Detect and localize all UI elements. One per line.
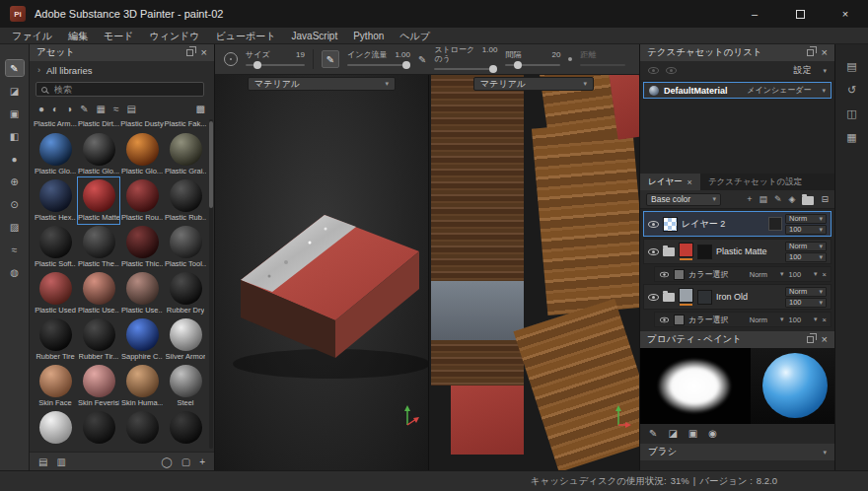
material-preview[interactable] xyxy=(751,348,834,424)
settings-dropdown[interactable]: 設定 ▾ xyxy=(793,64,827,77)
material-tile[interactable]: Skin Feverish xyxy=(78,363,119,409)
filter-materials-icon[interactable]: ◐ xyxy=(52,104,58,114)
material-tile[interactable]: Plastic Use... xyxy=(121,270,163,316)
tile-view-icon[interactable]: ▤ xyxy=(38,456,47,467)
stroke-opacity-slider-handle[interactable] xyxy=(489,65,497,73)
layer-thumbnail[interactable] xyxy=(663,217,678,232)
layer-thumbnail[interactable] xyxy=(697,245,712,259)
menubar-item[interactable]: JavaScript xyxy=(284,28,346,44)
spacing-slider[interactable] xyxy=(505,61,560,69)
polygon-fill-tool-icon[interactable]: ◧ xyxy=(6,128,24,144)
blend-mode-value[interactable]: Norm xyxy=(750,316,767,324)
material-tile[interactable]: Rubber Tire xyxy=(35,316,76,363)
path-tool-icon[interactable]: ≈ xyxy=(6,242,24,257)
menubar-item[interactable]: モード xyxy=(96,28,141,44)
viewer-tool-icon[interactable]: ◍ xyxy=(6,264,24,280)
layer-effect-row[interactable]: カラー選択 Norm ▾ 100 ▾ × xyxy=(654,266,832,282)
flow-slider-handle[interactable] xyxy=(402,61,410,69)
scrollbar-thumb[interactable] xyxy=(209,121,213,208)
material-tile[interactable]: Plastic Glo... xyxy=(78,131,119,177)
brush-section-header[interactable]: ブラシ ▾ xyxy=(640,444,834,460)
filter-textures-icon[interactable]: ≈ xyxy=(113,104,119,114)
layer-row-paint[interactable]: レイヤー 2 Norm ▾ 100 ▾ xyxy=(643,211,832,237)
shelf-panel-icon[interactable]: ▦ xyxy=(846,131,856,144)
opacity-select[interactable]: 100 ▾ xyxy=(785,298,827,308)
close-icon[interactable]: × xyxy=(201,47,207,58)
material-tile[interactable]: Rubber Tir... xyxy=(78,316,119,363)
pencil-toggle-button[interactable]: ✎ xyxy=(322,50,339,68)
brush-stroke-preview[interactable] xyxy=(640,348,751,424)
material-tile[interactable]: Plastic Matte xyxy=(78,177,119,224)
material-tile[interactable]: Plastic Soft... xyxy=(35,224,76,270)
paint-tool-icon[interactable]: ✎ xyxy=(6,60,24,76)
display-options-icon[interactable]: ▩ xyxy=(196,104,205,114)
eye-icon[interactable] xyxy=(648,221,659,228)
dot-toggle-icon[interactable] xyxy=(568,57,572,61)
material-tile[interactable]: Plastic Hex... xyxy=(35,177,76,224)
material-tile[interactable]: Skin Huma... xyxy=(121,363,163,409)
material-tile[interactable]: Plastic Thic... xyxy=(121,224,163,270)
add-folder-icon[interactable] xyxy=(802,196,814,205)
stamp-icon[interactable]: ▤ xyxy=(759,194,767,205)
effect-thumbnail[interactable] xyxy=(674,269,685,280)
viewport2d-material-select[interactable]: マテリアル ▾ xyxy=(473,77,594,91)
layer-thumbnail[interactable] xyxy=(679,288,693,303)
preview-circle-icon[interactable]: ◯ xyxy=(162,456,173,467)
eraser-tool-icon[interactable]: ◪ xyxy=(6,83,24,99)
menubar-item[interactable]: ウィンドウ xyxy=(141,28,207,44)
mask-slot[interactable] xyxy=(768,217,782,231)
material-tile[interactable]: Steel xyxy=(165,363,206,409)
add-asset-icon[interactable]: + xyxy=(199,456,205,467)
texture-set-row[interactable]: DefaultMaterial メインシェーダー ▾ xyxy=(643,82,832,99)
opacity-value[interactable]: 100 xyxy=(789,270,802,279)
list-view-icon[interactable]: ▥ xyxy=(56,456,65,467)
material-tile[interactable]: Plastic Rub... xyxy=(165,177,206,224)
popout-icon[interactable] xyxy=(807,336,814,343)
material-tile[interactable]: Sapphire C... xyxy=(121,316,163,363)
layer-effect-row[interactable]: カラー選択 Norm ▾ 100 ▾ × xyxy=(654,312,832,327)
popout-icon[interactable] xyxy=(807,49,814,56)
eye-icon[interactable] xyxy=(660,271,669,277)
layer-thumbnail[interactable] xyxy=(697,290,712,305)
material-tile[interactable]: Plastic Grai... xyxy=(165,131,206,177)
blend-mode-value[interactable]: Norm xyxy=(750,270,767,279)
menubar-item[interactable]: ファイル xyxy=(4,28,60,44)
popout-icon[interactable] xyxy=(186,49,193,56)
material-tile[interactable]: Plastic The... xyxy=(78,224,119,270)
smudge-tool-icon[interactable]: ● xyxy=(6,151,24,167)
projection-mode-icon[interactable]: ▣ xyxy=(688,428,697,439)
add-layer-icon[interactable]: + xyxy=(747,194,752,205)
material-tile[interactable]: Plastic Use... xyxy=(78,270,119,316)
material-picker-tool-icon[interactable]: ⊙ xyxy=(6,196,24,212)
flow-value[interactable]: 1.00 xyxy=(395,50,410,59)
pen-icon[interactable]: ✎ xyxy=(418,54,426,65)
size-value[interactable]: 19 xyxy=(296,50,305,59)
material-tile[interactable]: Plastic Tool... xyxy=(165,224,206,270)
search-input[interactable] xyxy=(52,84,198,96)
history-panel-icon[interactable]: ↺ xyxy=(847,84,856,97)
material-tile[interactable]: Rubber Dry xyxy=(165,270,206,316)
eye-icon[interactable] xyxy=(648,294,659,301)
material-tile[interactable] xyxy=(78,409,119,449)
stroke-opacity-value[interactable]: 1.00 xyxy=(482,45,498,63)
assets-scrollbar[interactable] xyxy=(209,119,213,449)
close-button[interactable]: × xyxy=(823,0,868,28)
material-tile[interactable]: Silver Armor xyxy=(165,316,206,363)
remove-effect-icon[interactable]: × xyxy=(823,316,827,324)
spacing-slider-handle[interactable] xyxy=(514,61,522,69)
eraser-mode-icon[interactable]: ◪ xyxy=(668,428,677,439)
material-tile[interactable]: Plastic Glo... xyxy=(121,131,163,177)
minimize-button[interactable]: – xyxy=(732,0,777,28)
close-icon[interactable]: × xyxy=(822,47,828,58)
asset-search[interactable] xyxy=(36,82,204,97)
blend-mode-select[interactable]: Norm ▾ xyxy=(785,242,827,251)
menubar-item[interactable]: 編集 xyxy=(60,28,96,44)
brush-tip-icon[interactable] xyxy=(224,52,238,66)
remove-effect-icon[interactable]: × xyxy=(823,270,827,279)
eye-icon[interactable] xyxy=(666,67,677,74)
tab-texture-set-settings[interactable]: テクスチャセットの設定 xyxy=(700,174,810,190)
material-tile[interactable] xyxy=(121,409,163,449)
eye-icon[interactable] xyxy=(660,316,669,322)
viewport-3d[interactable]: マテリアル ▾ xyxy=(215,75,428,470)
material-tile[interactable]: Plastic Rou... xyxy=(121,177,163,224)
